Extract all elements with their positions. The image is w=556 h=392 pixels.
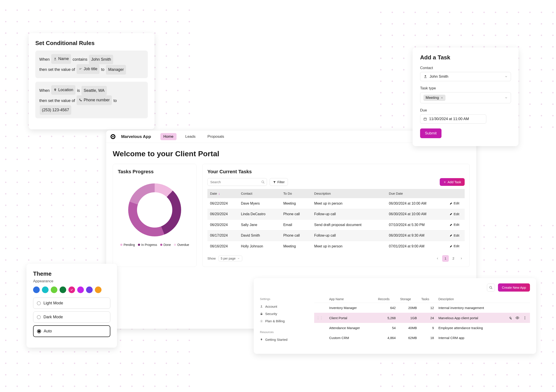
brand-name: Marvelous App <box>121 134 151 139</box>
cell-desc: Internal inventory management <box>436 303 506 313</box>
cell-records: 54 <box>376 323 398 333</box>
chevron-down-icon <box>237 257 240 260</box>
cell-appname: Custom CRM <box>327 333 376 343</box>
pencil-icon <box>450 212 453 215</box>
theme-swatch[interactable] <box>33 287 40 293</box>
svg-point-18 <box>525 316 525 317</box>
rule-field-phone[interactable]: Phone number <box>77 95 112 105</box>
wrench-icon[interactable] <box>508 316 512 320</box>
cell-contact: Sally Jane <box>238 220 281 230</box>
per-page-select[interactable]: 5 per page <box>218 256 242 261</box>
table-row[interactable]: Custom CRM4,86462MB18Internal CRM app <box>314 333 530 343</box>
svg-point-16 <box>261 321 262 321</box>
col-desc[interactable]: Description <box>311 189 386 198</box>
col-appname[interactable]: App Name <box>327 296 376 303</box>
edit-button[interactable]: Edit <box>450 223 459 227</box>
tasks-progress-panel: Tasks Progress Pending In Progress Done … <box>113 164 197 267</box>
rule-field-location[interactable]: Location <box>51 85 76 95</box>
due-input[interactable]: 11/30/2024 at 11:00 AM <box>420 114 486 124</box>
add-task-button[interactable]: Add Task <box>440 178 465 186</box>
col-tasks[interactable]: Tasks <box>419 296 436 303</box>
table-row[interactable]: Attendance Manager5440MB9Employee attend… <box>314 323 530 333</box>
table-row[interactable]: 06/17/2024David SmithPhone callFollow-up… <box>207 230 465 241</box>
tasks-search-input[interactable] <box>207 178 267 186</box>
brand-logo-icon <box>110 134 116 139</box>
sidebar-item-plan[interactable]: Plan & Billing <box>260 317 306 325</box>
page-2[interactable]: 2 <box>450 255 457 262</box>
mode-auto[interactable]: Auto <box>33 325 110 337</box>
col-contact[interactable]: Contact <box>238 189 281 198</box>
plus-icon <box>443 180 446 184</box>
table-row[interactable]: 06/20/2024Sally JaneEmailSend draft prop… <box>207 220 465 230</box>
apps-search-button[interactable] <box>487 284 495 291</box>
rule-field-jobtitle[interactable]: Job title <box>77 64 100 74</box>
create-new-app-button[interactable]: Create New App <box>498 283 530 291</box>
sidebar-item-getting-started[interactable]: Getting Started <box>260 336 306 343</box>
theme-swatch[interactable] <box>51 287 57 293</box>
cell-due: 06/30/2024 at 10:00 AM <box>386 209 447 220</box>
theme-swatch[interactable] <box>95 287 101 293</box>
cell-tasks: 12 <box>419 303 436 313</box>
edit-button[interactable]: Edit <box>450 244 459 248</box>
theme-swatch[interactable] <box>86 287 93 293</box>
rule-value-2[interactable]: (253) 123-4567 <box>40 105 71 115</box>
more-icon[interactable] <box>523 316 527 320</box>
cell-contact: Dave Myers <box>238 198 281 209</box>
mode-light[interactable]: Light Mode <box>33 298 110 309</box>
mode-auto-label: Auto <box>44 329 52 334</box>
rule-op: is <box>77 88 80 93</box>
submit-button[interactable]: Submit <box>420 128 441 138</box>
close-icon[interactable] <box>440 96 443 99</box>
rule-value-2[interactable]: Manager <box>106 65 126 75</box>
tasks-progress-title: Tasks Progress <box>118 169 192 175</box>
filter-icon <box>273 180 276 184</box>
theme-swatch[interactable] <box>42 287 48 293</box>
nav-proposals[interactable]: Proposals <box>204 133 227 140</box>
col-records[interactable]: Records <box>376 296 398 303</box>
rule-value[interactable]: John Smith <box>89 55 113 64</box>
sidebar-item-security[interactable]: Security <box>260 310 306 317</box>
page-prev[interactable] <box>434 255 441 262</box>
legend-overdue: Overdue <box>177 243 189 247</box>
table-row[interactable]: Inventory Manager64220MB12Internal inven… <box>314 303 530 313</box>
svg-rect-15 <box>261 314 262 315</box>
eye-icon[interactable] <box>515 316 519 320</box>
col-due[interactable]: Due Date <box>386 189 447 198</box>
col-todo[interactable]: To Do <box>281 189 311 198</box>
portal-heading: Welcome to your Client Portal <box>113 149 470 158</box>
theme-swatch[interactable] <box>77 287 84 293</box>
edit-button[interactable]: Edit <box>450 212 459 216</box>
theme-swatch[interactable] <box>68 287 75 293</box>
edit-button[interactable]: Edit <box>450 234 459 237</box>
table-row[interactable]: ⋮⋮Client Portal5,2681GB24Marvelous App c… <box>314 313 530 323</box>
filter-button[interactable]: Filter <box>270 178 288 186</box>
tasks-search[interactable] <box>207 178 267 186</box>
svg-point-12 <box>490 286 492 288</box>
rule-then: then set the value of <box>39 67 75 72</box>
tasktype-tag[interactable]: Meeting <box>423 95 446 101</box>
page-1[interactable]: 1 <box>442 255 449 262</box>
rule-field-name[interactable]: Name <box>51 54 71 64</box>
table-row[interactable]: 06/22/2024Dave MyersMeetingMeet up in pe… <box>207 198 465 209</box>
nav-leads[interactable]: Leads <box>182 133 199 140</box>
edit-button[interactable]: Edit <box>450 201 459 205</box>
theme-swatches <box>33 287 110 293</box>
drag-handle-icon[interactable]: ⋮⋮ <box>317 316 325 320</box>
search-icon <box>489 286 493 289</box>
col-storage[interactable]: Storage <box>398 296 419 303</box>
tasktype-select[interactable]: Meeting <box>420 92 511 103</box>
nav-home[interactable]: Home <box>160 133 177 140</box>
chevron-down-icon <box>505 75 508 78</box>
theme-swatch[interactable] <box>60 287 66 293</box>
mode-dark[interactable]: Dark Mode <box>33 311 110 323</box>
chevron-right-icon <box>460 257 463 260</box>
sidebar-item-account[interactable]: Account <box>260 303 306 310</box>
legend-pending: Pending <box>124 243 135 247</box>
contact-select[interactable]: John Smith <box>420 72 511 81</box>
page-next[interactable] <box>458 255 465 262</box>
rule-value[interactable]: Seattle, WA <box>81 86 107 95</box>
col-date[interactable]: Date <box>210 192 217 195</box>
table-row[interactable]: 06/20/2024Linda DeCastroPhone callFollow… <box>207 209 465 220</box>
table-row[interactable]: 06/16/2024Holly JohnsonMeetingMeet up in… <box>207 241 465 252</box>
col-desc[interactable]: Description <box>436 296 506 303</box>
